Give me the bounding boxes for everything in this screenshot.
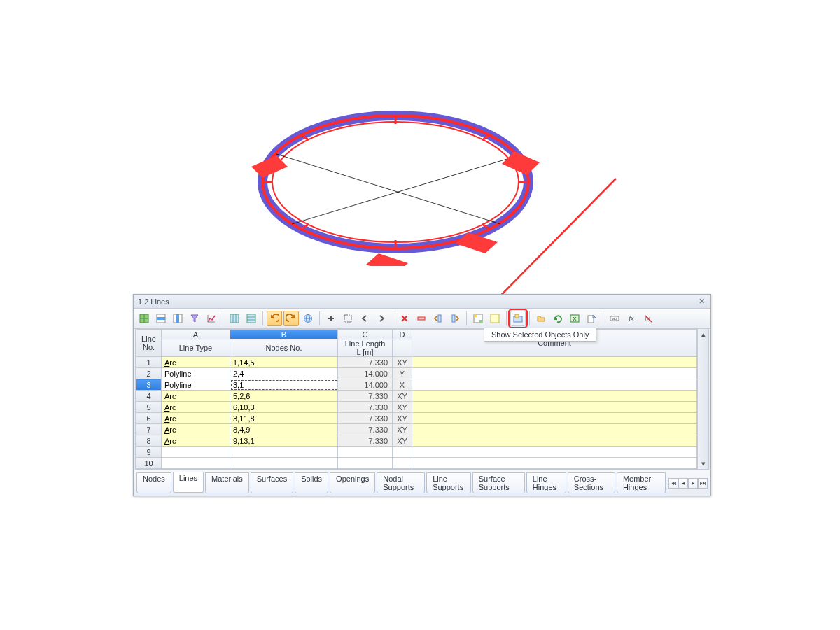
- row-number[interactable]: 2: [136, 368, 162, 379]
- fx-delete-icon[interactable]: fx: [640, 311, 656, 326]
- tab-member-hinges[interactable]: Member Hinges: [617, 472, 666, 493]
- row-number[interactable]: 10: [136, 458, 162, 469]
- cell-comment[interactable]: [412, 391, 697, 402]
- vertical-scrollbar[interactable]: ▴ ▾: [697, 329, 708, 469]
- tab-last-icon[interactable]: ⏭: [698, 478, 708, 489]
- cell-comment[interactable]: [412, 402, 697, 413]
- col-line-length[interactable]: Line LengthL [m]: [338, 340, 393, 357]
- table-green-icon[interactable]: [136, 311, 152, 326]
- col-right-icon[interactable]: [447, 311, 463, 326]
- cell-comment[interactable]: [412, 379, 697, 391]
- globe-icon[interactable]: [300, 311, 316, 326]
- select-all-icon[interactable]: [340, 311, 356, 326]
- cell-line-type[interactable]: Arc: [162, 424, 230, 435]
- table-row[interactable]: 6Arc3,11,87.330XY: [136, 413, 697, 424]
- col-axis[interactable]: [393, 340, 412, 357]
- cell-comment[interactable]: [412, 424, 697, 435]
- tab-line-supports[interactable]: Line Supports: [426, 472, 471, 493]
- row-number[interactable]: 3: [136, 379, 162, 391]
- cell-line-type[interactable]: Arc: [162, 402, 230, 413]
- plus-icon[interactable]: [323, 311, 339, 326]
- col-sym-B[interactable]: B: [230, 330, 338, 340]
- rename-icon[interactable]: ab: [607, 311, 622, 326]
- goto-col-icon[interactable]: [170, 311, 186, 326]
- show-selected-icon[interactable]: [510, 311, 526, 326]
- cell-nodes[interactable]: 6,10,3: [230, 402, 338, 413]
- table-row[interactable]: 5Arc6,10,37.330XY: [136, 402, 697, 413]
- cell-line-type[interactable]: [162, 447, 230, 458]
- table-row[interactable]: 9: [136, 447, 697, 458]
- cell-comment[interactable]: [412, 368, 697, 379]
- col-sym-C[interactable]: C: [338, 330, 393, 340]
- row-number[interactable]: 1: [136, 357, 162, 368]
- cell-nodes[interactable]: 3,11,8: [230, 413, 338, 424]
- cell-line-type[interactable]: Polyline: [162, 379, 230, 391]
- clear-row-icon[interactable]: [414, 311, 429, 326]
- palette-icon[interactable]: [470, 311, 486, 326]
- cell-nodes[interactable]: 8,4,9: [230, 424, 338, 435]
- row-number[interactable]: 7: [136, 424, 162, 435]
- table-row[interactable]: 4Arc5,2,67.330XY: [136, 391, 697, 402]
- cell-nodes[interactable]: [230, 447, 338, 458]
- scroll-up-icon[interactable]: ▴: [698, 329, 708, 340]
- undo-icon[interactable]: [267, 311, 282, 326]
- grid-align-icon[interactable]: [244, 311, 259, 326]
- grid-fill-icon[interactable]: [227, 311, 242, 326]
- row-number[interactable]: 4: [136, 391, 162, 402]
- cell-nodes[interactable]: 5,2,6: [230, 391, 338, 402]
- col-nodes-no[interactable]: Nodes No.: [230, 340, 338, 357]
- row-number[interactable]: 6: [136, 413, 162, 424]
- tab-line-hinges[interactable]: Line Hinges: [526, 472, 566, 493]
- cell-line-type[interactable]: Arc: [162, 435, 230, 447]
- cell-nodes[interactable]: [230, 458, 338, 469]
- tab-surfaces[interactable]: Surfaces: [251, 472, 293, 493]
- cell-comment[interactable]: [412, 413, 697, 424]
- col-sym-A[interactable]: A: [162, 330, 230, 340]
- cell-comment[interactable]: [412, 435, 697, 447]
- chart-icon[interactable]: [204, 311, 219, 326]
- table-row[interactable]: 3Polyline3,114.000X: [136, 379, 697, 391]
- col-sym-D[interactable]: D: [393, 330, 412, 340]
- col-line-type[interactable]: Line Type: [162, 340, 230, 357]
- nav-left-icon[interactable]: [357, 311, 372, 326]
- cell-line-type[interactable]: Arc: [162, 391, 230, 402]
- export-icon[interactable]: [584, 311, 599, 326]
- tab-openings[interactable]: Openings: [330, 472, 375, 493]
- close-icon[interactable]: ✕: [696, 297, 706, 307]
- refresh-green-icon[interactable]: [550, 311, 566, 326]
- panel-titlebar[interactable]: 1.2 Lines ✕: [134, 295, 710, 309]
- cell-nodes[interactable]: 9,13,1: [230, 435, 338, 447]
- table-row[interactable]: 10: [136, 458, 697, 469]
- redo-icon[interactable]: [284, 311, 299, 326]
- cell-line-type[interactable]: Polyline: [162, 368, 230, 379]
- cell-line-type[interactable]: [162, 458, 230, 469]
- tab-nodal-supports[interactable]: Nodal Supports: [377, 472, 425, 493]
- cell-comment[interactable]: [412, 447, 697, 458]
- row-number[interactable]: 5: [136, 402, 162, 413]
- tab-prev-icon[interactable]: ◂: [678, 478, 688, 489]
- row-number[interactable]: 9: [136, 447, 162, 458]
- goto-row-icon[interactable]: [153, 311, 169, 326]
- table-row[interactable]: 7Arc8,4,97.330XY: [136, 424, 697, 435]
- tab-materials[interactable]: Materials: [205, 472, 249, 493]
- tab-lines[interactable]: Lines: [173, 472, 204, 493]
- delete-x-icon[interactable]: [397, 311, 412, 326]
- scroll-down-icon[interactable]: ▾: [698, 458, 708, 469]
- col-left-icon[interactable]: [430, 311, 446, 326]
- tab-surface-supports[interactable]: Surface Supports: [472, 472, 525, 493]
- cell-line-type[interactable]: Arc: [162, 357, 230, 368]
- tab-solids[interactable]: Solids: [295, 472, 328, 493]
- row-number[interactable]: 8: [136, 435, 162, 447]
- cell-line-type[interactable]: Arc: [162, 413, 230, 424]
- tab-cross-sections[interactable]: Cross-Sections: [568, 472, 615, 493]
- table-row[interactable]: 8Arc9,13,17.330XY: [136, 435, 697, 447]
- excel-icon[interactable]: X: [567, 311, 582, 326]
- cell-nodes[interactable]: 3,1: [230, 379, 338, 391]
- filter-icon[interactable]: [187, 311, 202, 326]
- table-row[interactable]: 2Polyline2,414.000Y: [136, 368, 697, 379]
- header-line-no[interactable]: LineNo.: [136, 330, 162, 357]
- cell-nodes[interactable]: 1,14,5: [230, 357, 338, 368]
- table-row[interactable]: 1Arc1,14,57.330XY: [136, 357, 697, 368]
- cell-nodes[interactable]: 2,4: [230, 368, 338, 379]
- model-viewport[interactable]: [238, 84, 553, 266]
